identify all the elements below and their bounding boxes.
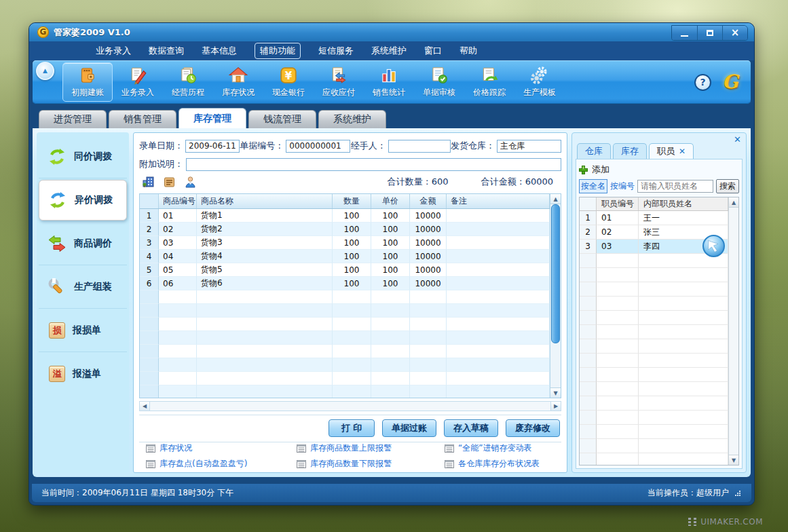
scroll-down-icon[interactable]: ▼ [729,455,738,465]
warehouse-icon[interactable] [142,176,155,189]
table-row[interactable]: 606货物610010010000 [140,277,550,290]
tab-staff[interactable]: 职员 ✕ [649,143,694,159]
maximize-button[interactable] [697,26,722,40]
toolbar-inventory-status-button[interactable]: 库存状况 [213,62,263,102]
tab-purchase-management[interactable]: 进货管理 [39,110,107,128]
staff-empty-row[interactable] [580,339,728,354]
title-bar[interactable]: G 管家婆2009 V1.0 × [29,23,754,41]
scroll-up-icon[interactable]: ▲ [550,194,561,204]
scrollbar-thumb[interactable] [551,204,560,343]
filter-by-code[interactable]: 按编号 [610,180,635,192]
scroll-up-icon[interactable]: ▲ [729,197,738,208]
sidebar-item-production-assembly[interactable]: 生产组装 [39,265,127,309]
collapse-toolbar-button[interactable]: ▲ [36,62,54,80]
resize-grip[interactable] [734,490,740,496]
menu-item-basic-info[interactable]: 基本信息 [202,45,237,57]
discard-changes-button[interactable]: 废弃修改 [506,419,560,437]
table-row[interactable]: 101货物110010010000 [140,209,550,223]
toolbar-history-button[interactable]: 经营历程 [163,62,213,102]
link-lower-limit-alert[interactable]: 库存商品数量下限报警 [297,458,445,470]
close-button[interactable]: × [722,26,747,40]
link-stocktake[interactable]: 库存盘点(自动盘盈盘亏) [146,458,297,470]
table-empty-row[interactable] [140,345,550,358]
staff-empty-row[interactable] [580,297,728,311]
staff-empty-row[interactable] [580,268,728,282]
table-row[interactable]: 404货物410010010000 [140,250,550,263]
tab-close-icon[interactable]: ✕ [679,147,686,155]
add-button[interactable]: 添加 [579,162,739,177]
sidebar-item-same-price-transfer[interactable]: 同价调拨 [39,135,127,178]
table-empty-row[interactable] [140,358,550,372]
toolbar-receivable-payable-button[interactable]: 应收应付 [314,62,364,102]
toolbar-initial-setup-button[interactable]: 初期建账 [62,62,113,102]
toolbar-audit-button[interactable]: 单据审核 [414,62,464,102]
staff-empty-row[interactable] [580,453,728,466]
staff-empty-row[interactable] [580,396,728,411]
link-upper-limit-alert[interactable]: 库存商品数量上限报警 [297,442,445,454]
staff-empty-row[interactable] [580,354,728,368]
minimize-button[interactable] [672,26,697,40]
search-button[interactable]: 搜索 [716,179,739,193]
note-input[interactable] [186,158,561,171]
tab-cashflow-management[interactable]: 钱流管理 [248,110,316,128]
staff-icon[interactable] [184,176,197,189]
ship-warehouse-input[interactable] [497,140,561,153]
staff-empty-row[interactable] [580,382,728,396]
toolbar-business-entry-button[interactable]: 业务录入 [113,62,163,102]
filter-by-fullname[interactable]: 按全名 [579,179,607,193]
toolbar-sales-stats-button[interactable]: 销售统计 [364,62,414,102]
table-empty-row[interactable] [140,331,550,345]
staff-empty-row[interactable] [580,411,728,425]
table-row[interactable]: 303货物310010010000 [140,236,550,250]
tab-sales-management[interactable]: 销售管理 [109,110,176,128]
link-inventory-status[interactable]: 库存状况 [146,442,297,454]
scroll-right-icon[interactable]: ▶ [550,402,561,411]
staff-search-input[interactable] [637,180,713,193]
table-empty-row[interactable] [140,385,550,398]
help-icon[interactable]: ? [694,74,711,91]
sidebar-item-diff-price-transfer[interactable]: 异价调拨 [39,180,127,221]
tab-inventory-management[interactable]: 库存管理 [179,108,246,128]
doc-number-input[interactable] [286,140,350,153]
menu-item-business-entry[interactable]: 业务录入 [96,45,131,57]
staff-empty-row[interactable] [580,282,728,297]
staff-empty-row[interactable] [580,425,728,439]
table-empty-row[interactable] [140,290,550,304]
toolbar-price-tracking-button[interactable]: 价格跟踪 [464,62,514,102]
menu-item-auxiliary[interactable]: 辅助功能 [255,43,301,59]
stock-box-icon[interactable] [163,176,176,189]
post-document-button[interactable]: 单据过账 [382,419,436,437]
print-button[interactable]: 打 印 [329,419,375,437]
scroll-left-icon[interactable]: ◀ [140,402,150,411]
staff-scrollbar[interactable]: ▲ ▼ [728,197,738,465]
table-row[interactable]: 202货物210010010000 [140,223,550,236]
menu-item-data-query[interactable]: 数据查询 [149,45,184,57]
toolbar-cash-bank-button[interactable]: ¥ 现金银行 [263,62,314,102]
table-empty-row[interactable] [140,304,550,318]
sidebar-item-loss-report[interactable]: 损 报损单 [39,309,127,352]
toolbar-production-template-button[interactable]: 生产模板 [514,62,565,102]
vertical-scrollbar[interactable]: ▲ ▼ [550,194,561,398]
table-row[interactable]: 505货物510010010000 [140,263,550,277]
link-warehouse-distribution[interactable]: 各仓库库存分布状况表 [445,458,561,470]
staff-empty-row[interactable] [580,439,728,453]
horizontal-scrollbar[interactable]: ◀ ▶ [139,401,561,411]
staff-row[interactable]: 101王一 [580,211,728,225]
staff-empty-row[interactable] [580,311,728,325]
table-empty-row[interactable] [140,372,550,385]
tab-system-maintenance[interactable]: 系统维护 [318,110,386,128]
panel-close-icon[interactable]: ✕ [734,135,741,144]
staff-empty-row[interactable] [580,325,728,339]
table-empty-row[interactable] [140,318,550,331]
link-omnipotent-change-report[interactable]: “全能”进销存变动表 [445,442,561,454]
save-draft-button[interactable]: 存入草稿 [444,419,498,437]
handler-input[interactable] [388,140,451,153]
staff-empty-row[interactable] [580,368,728,382]
tab-warehouse[interactable]: 仓库 [577,143,611,159]
menu-item-system-maintain[interactable]: 系统维护 [371,45,407,57]
sidebar-item-price-adjust[interactable]: 商品调价 [39,222,127,265]
menu-item-help[interactable]: 帮助 [459,45,477,57]
scroll-down-icon[interactable]: ▼ [550,387,561,398]
menu-item-sms[interactable]: 短信服务 [318,45,354,57]
tab-stock[interactable]: 库存 [613,143,647,159]
